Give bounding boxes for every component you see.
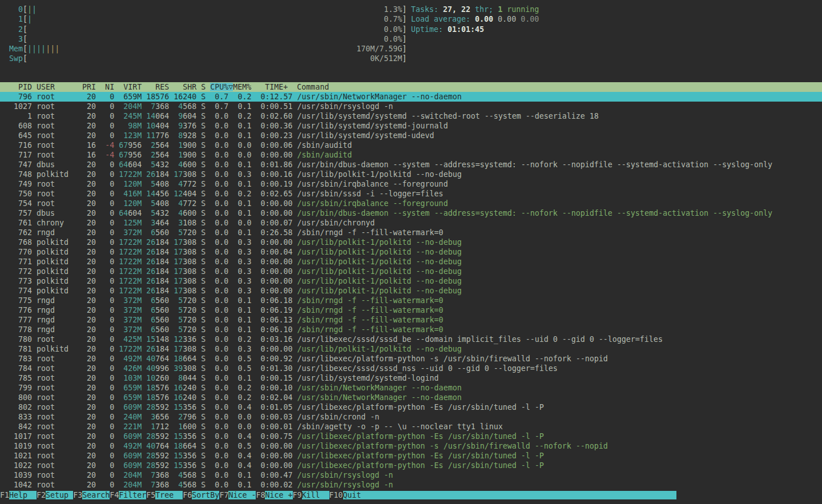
process-row[interactable]: 761 chrony 20 0 125M 3464 3108 S 0.0 0.0… bbox=[0, 218, 822, 228]
process-row[interactable]: 781 polkitd 20 0 1722M 26184 17308 S 0.0… bbox=[0, 344, 822, 354]
fkey-help[interactable]: F1Help bbox=[0, 490, 37, 501]
process-command: /usr/lib/systemd/systemd-journald bbox=[297, 122, 448, 130]
process-shr: 8 bbox=[169, 131, 183, 140]
process-nice: 0 bbox=[96, 219, 114, 227]
fkey-nice-[interactable]: F8Nice + bbox=[256, 490, 292, 501]
process-res: 28 bbox=[142, 451, 155, 460]
process-pid-user-pri: 757 dbus 20 bbox=[0, 209, 96, 217]
process-row[interactable]: 1042 root 20 0 204M 7368 4568 S 0.0 0.1 … bbox=[0, 480, 822, 490]
process-row[interactable]: 757 dbus 20 0 64604 5432 4600 S 0.0 0.1 … bbox=[0, 208, 822, 218]
process-row[interactable]: 645 root 20 0 123M 11776 8928 S 0.0 0.1 … bbox=[0, 131, 822, 140]
process-row[interactable]: 773 polkitd 20 0 1722M 26184 17308 S 0.0… bbox=[0, 276, 822, 286]
process-row[interactable]: 842 root 20 0 221M 1712 1600 S 0.0 0.0 0… bbox=[0, 422, 822, 432]
process-command: /sbin/rngd -f --fill-watermark=0 bbox=[297, 296, 443, 305]
process-row[interactable]: 1017 root 20 0 609M 28592 15356 S 0.0 0.… bbox=[0, 432, 822, 441]
process-stats: S 0.0 0.2 0:02.04 bbox=[196, 393, 297, 402]
fkey-setup[interactable]: F2Setup bbox=[37, 490, 73, 501]
process-row[interactable]: 768 polkitd 20 0 1722M 26184 17308 S 0.0… bbox=[0, 237, 822, 247]
process-command: /usr/lib/polkit-1/polkitd --no-debug bbox=[297, 257, 461, 266]
process-row[interactable]: 1027 root 20 0 204M 7368 4568 S 0.7 0.1 … bbox=[0, 102, 822, 111]
process-row[interactable]: 771 polkitd 20 0 1722M 26184 17308 S 0.0… bbox=[0, 257, 822, 267]
fkey-quit[interactable]: F10Quit bbox=[329, 490, 676, 501]
process-nice: 0 bbox=[96, 199, 114, 208]
fkey-label: Setup bbox=[46, 491, 73, 499]
meter-label: Mem bbox=[9, 45, 23, 53]
process-row[interactable]: 833 root 20 0 240M 3656 2796 S 0.0 0.0 0… bbox=[0, 412, 822, 422]
process-res: 564 bbox=[155, 151, 169, 159]
process-row[interactable]: 762 rngd 20 0 372M 6560 5720 S 0.0 0.1 0… bbox=[0, 228, 822, 237]
process-row[interactable]: 747 dbus 20 0 64604 5432 4600 S 0.0 0.1 … bbox=[0, 160, 822, 170]
process-command: /usr/libexec/sssd/sssd_nss --uid 0 --gid… bbox=[297, 364, 557, 373]
process-row[interactable]: 770 polkitd 20 0 1722M 26184 17308 S 0.0… bbox=[0, 247, 822, 257]
process-row[interactable]: 748 polkitd 20 0 1722M 26184 17308 S 0.0… bbox=[0, 170, 822, 179]
process-shr: 4 bbox=[169, 209, 183, 217]
meter-open-bracket: [ bbox=[23, 5, 27, 14]
process-row[interactable]: 776 rngd 20 0 372M 6560 5720 S 0.0 0.1 0… bbox=[0, 305, 822, 315]
process-row[interactable]: 802 root 20 0 609M 28592 15356 S 0.0 0.4… bbox=[0, 402, 822, 412]
meter-open-bracket: [ bbox=[23, 35, 27, 43]
process-res: 10 bbox=[142, 122, 155, 130]
process-shr: 308 bbox=[183, 345, 196, 353]
process-row[interactable]: 1019 root 20 0 492M 40764 18664 S 0.0 0.… bbox=[0, 441, 822, 451]
process-shr: 928 bbox=[183, 131, 196, 140]
process-shr: 108 bbox=[183, 219, 196, 227]
tasks-count: 27, 22 bbox=[443, 5, 475, 14]
process-shr: 15 bbox=[169, 451, 183, 460]
fkey-search[interactable]: F3Search bbox=[73, 490, 110, 501]
process-row-selected[interactable]: 796 root 20 0 659M 18576 16240 S 0.7 0.2… bbox=[0, 92, 822, 102]
process-virt: 204M bbox=[114, 102, 142, 111]
process-virt: 1722M bbox=[114, 267, 142, 276]
process-row[interactable]: 754 root 20 0 120M 5408 4772 S 0.0 0.1 0… bbox=[0, 199, 822, 208]
process-shr: 308 bbox=[183, 170, 196, 179]
process-row[interactable]: 1022 root 20 0 609M 28592 15356 S 0.0 0.… bbox=[0, 461, 822, 470]
process-nice: 0 bbox=[96, 180, 114, 188]
process-row[interactable]: 799 root 20 0 659M 18576 16240 S 0.0 0.2… bbox=[0, 383, 822, 393]
process-row[interactable]: 1039 root 20 0 204M 7368 4568 S 0.0 0.1 … bbox=[0, 470, 822, 480]
process-nice: 0 bbox=[96, 296, 114, 305]
fkey-tree[interactable]: F5Tree bbox=[146, 490, 183, 501]
process-row[interactable]: 774 polkitd 20 0 1722M 26184 17308 S 0.0… bbox=[0, 286, 822, 296]
process-row[interactable]: 1 root 20 0 245M 14064 9604 S 0.0 0.2 0:… bbox=[0, 111, 822, 121]
process-row[interactable]: 716 root 16 -4 67956 2564 1900 S 0.0 0.0… bbox=[0, 140, 822, 150]
fkey-sortby[interactable]: F6SortBy bbox=[183, 490, 219, 501]
process-row[interactable]: 750 root 20 0 416M 14456 12404 S 0.0 0.2… bbox=[0, 189, 822, 199]
meter-fill bbox=[27, 25, 384, 34]
meter-label: 2 bbox=[18, 25, 23, 34]
fkey-filter[interactable]: F4Filter bbox=[110, 490, 146, 501]
process-stats: S 0.0 0.0 0:00.03 bbox=[196, 413, 297, 421]
process-row[interactable]: 780 root 20 0 425M 15148 12336 S 0.0 0.2… bbox=[0, 334, 822, 344]
process-row[interactable]: 717 root 16 -4 67956 2564 1900 S 0.0 0.0… bbox=[0, 150, 822, 160]
process-row[interactable]: 784 root 20 0 426M 40996 39308 S 0.0 0.5… bbox=[0, 364, 822, 373]
process-shr: 18 bbox=[169, 442, 183, 450]
process-shr: 568 bbox=[183, 102, 196, 111]
column-headers-right[interactable]: MEM% TIME+ Command bbox=[233, 83, 329, 91]
process-row[interactable]: 775 rngd 20 0 372M 6560 5720 S 0.0 0.1 0… bbox=[0, 296, 822, 305]
process-row[interactable]: 608 root 20 0 98M 10404 9376 S 0.0 0.1 0… bbox=[0, 121, 822, 131]
process-res: 260 bbox=[155, 374, 169, 382]
process-shr: 600 bbox=[183, 209, 196, 217]
process-command: /usr/lib/polkit-1/polkitd --no-debug bbox=[297, 170, 461, 179]
process-row[interactable]: 777 rngd 20 0 372M 6560 5720 S 0.0 0.1 0… bbox=[0, 315, 822, 325]
fkey-kill[interactable]: F9Kill bbox=[293, 490, 329, 501]
process-row[interactable]: 783 root 20 0 492M 40764 18664 S 0.0 0.5… bbox=[0, 354, 822, 364]
process-row[interactable]: 749 root 20 0 120M 5408 4772 S 0.0 0.1 0… bbox=[0, 179, 822, 189]
uptime-label: Uptime: bbox=[411, 25, 448, 34]
process-shr: 240 bbox=[183, 384, 196, 392]
column-headers-left[interactable]: PID USER PRI NI VIRT RES SHR S bbox=[0, 83, 210, 91]
process-row[interactable]: 772 polkitd 20 0 1722M 26184 17308 S 0.0… bbox=[0, 267, 822, 276]
meter-close-bracket: ] bbox=[402, 25, 407, 34]
process-shr: 720 bbox=[183, 316, 196, 324]
process-nice: 0 bbox=[96, 442, 114, 450]
meter-open-bracket: [ bbox=[23, 15, 27, 23]
column-header-cpu-sorted[interactable]: CPU%▽ bbox=[210, 83, 233, 91]
process-row[interactable]: 778 rngd 20 0 372M 6560 5720 S 0.0 0.1 0… bbox=[0, 325, 822, 334]
process-row[interactable]: 785 root 20 0 103M 10260 8044 S 0.0 0.1 … bbox=[0, 373, 822, 383]
process-row[interactable]: 800 root 20 0 659M 18576 16240 S 0.0 0.2… bbox=[0, 393, 822, 402]
process-virt: 1722M bbox=[114, 287, 142, 295]
process-shr: 17 bbox=[169, 170, 183, 179]
process-shr: 600 bbox=[183, 422, 196, 431]
process-row[interactable]: 1021 root 20 0 609M 28592 15356 S 0.0 0.… bbox=[0, 451, 822, 461]
fkey-nice-[interactable]: F7Nice - bbox=[219, 490, 256, 501]
process-virt: 221M bbox=[114, 422, 142, 431]
process-res: 184 bbox=[155, 345, 169, 353]
